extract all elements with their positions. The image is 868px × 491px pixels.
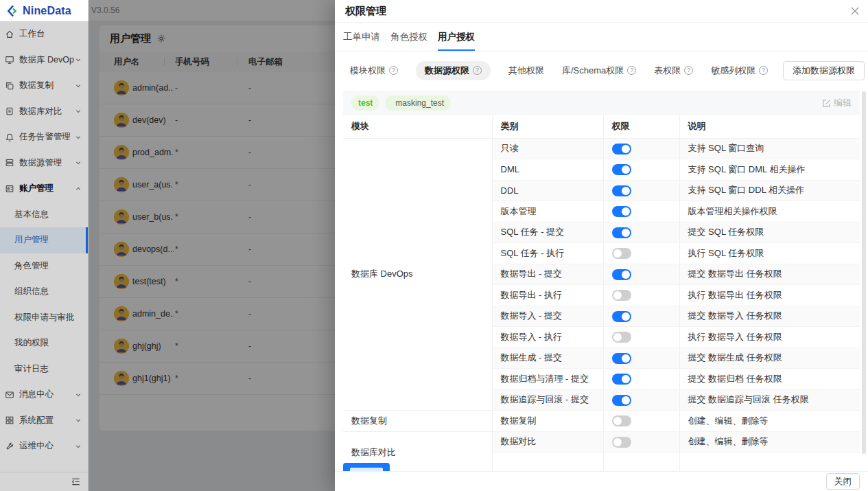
category-cell: 数据复制 bbox=[492, 411, 603, 432]
modal-mask[interactable] bbox=[89, 0, 335, 491]
help-icon[interactable]: ? bbox=[627, 66, 636, 75]
description-cell: 创建、编辑、删除等 bbox=[679, 431, 860, 453]
description-cell: 版本管理相关操作权限 bbox=[679, 201, 860, 222]
description-cell: 提交 数据归档 任务权限 bbox=[679, 369, 860, 390]
description-cell: 提交 数据生成 任务权限 bbox=[679, 347, 860, 369]
permission-cell bbox=[603, 453, 679, 472]
help-icon[interactable]: ? bbox=[389, 66, 398, 75]
category-cell: 数据追踪与回滚 - 提交 bbox=[492, 389, 603, 411]
permission-cell bbox=[603, 138, 679, 159]
permission-toggle[interactable] bbox=[612, 144, 631, 155]
help-icon[interactable]: ? bbox=[684, 66, 693, 75]
category-cell: DDL bbox=[492, 180, 603, 201]
permission-cell bbox=[603, 264, 679, 285]
column-header-description: 说明 bbox=[679, 115, 860, 138]
description-cell: 提交 数据追踪与回滚 任务权限 bbox=[679, 389, 860, 411]
category-cell: 数据导入 - 执行 bbox=[492, 327, 603, 348]
permission-row: 数据库对比数据对比创建、编辑、删除等 bbox=[343, 431, 860, 453]
drawer-scrollbar[interactable] bbox=[862, 91, 866, 454]
column-header-category: 类别 bbox=[492, 115, 603, 138]
subtab-数据源权限[interactable]: 数据源权限? bbox=[416, 61, 491, 80]
save-button-clipped[interactable] bbox=[343, 463, 390, 471]
permission-cell bbox=[603, 222, 679, 243]
description-cell: 支持 SQL 窗口 DDL 相关操作 bbox=[679, 180, 860, 201]
subtab-表权限[interactable]: 表权限? bbox=[654, 65, 693, 77]
category-cell: 数据归档与清理 - 提交 bbox=[492, 369, 603, 390]
category-cell: 数据导出 - 执行 bbox=[492, 285, 603, 306]
category-cell: SQL 任务 - 提交 bbox=[492, 222, 603, 243]
module-cell: 数据库 DevOps bbox=[343, 138, 492, 411]
tab-工单申请[interactable]: 工单申请 bbox=[342, 23, 381, 51]
permission-toggle[interactable] bbox=[612, 353, 631, 364]
category-cell: DML bbox=[492, 159, 603, 181]
permission-toggle[interactable] bbox=[612, 164, 631, 175]
permission-toggle[interactable] bbox=[612, 311, 631, 322]
drawer-tabs: 工单申请角色授权用户授权 bbox=[335, 23, 868, 52]
permission-toggle[interactable] bbox=[612, 248, 631, 259]
permission-row: 数据复制数据复制创建、编辑、删除等 bbox=[343, 411, 860, 432]
logo-bar: NineData bbox=[0, 0, 88, 21]
edit-icon bbox=[822, 99, 831, 108]
description-cell: 提交 SQL 任务权限 bbox=[679, 222, 860, 243]
permission-toggle[interactable] bbox=[612, 269, 631, 280]
permission-toggle[interactable] bbox=[612, 395, 631, 406]
permission-toggle[interactable] bbox=[612, 185, 631, 196]
tab-角色授权[interactable]: 角色授权 bbox=[390, 23, 428, 51]
category-cell: 数据生成 - 提交 bbox=[492, 347, 603, 369]
category-cell: 数据导入 - 提交 bbox=[492, 306, 603, 327]
help-icon[interactable]: ? bbox=[473, 66, 482, 75]
sidebar-dim-overlay bbox=[0, 21, 89, 491]
help-icon[interactable]: ? bbox=[759, 66, 768, 75]
category-cell: SQL 任务 - 执行 bbox=[492, 243, 603, 264]
edit-button[interactable]: 编辑 bbox=[822, 97, 852, 109]
description-cell: 执行 SQL 任务权限 bbox=[679, 243, 860, 264]
tab-用户授权[interactable]: 用户授权 bbox=[437, 23, 476, 51]
permission-cell bbox=[603, 411, 679, 432]
permission-cell bbox=[603, 159, 679, 181]
description-cell: 提交 数据导入 任务权限 bbox=[679, 306, 860, 327]
drawer-footer: 关闭 bbox=[335, 471, 868, 491]
category-cell: 数据对比 bbox=[492, 431, 603, 453]
description-cell: 创建、编辑、删除等 bbox=[679, 411, 860, 432]
subtab-库/Schema权限[interactable]: 库/Schema权限? bbox=[562, 65, 636, 77]
permission-toggle[interactable] bbox=[612, 227, 631, 238]
brand-name: NineData bbox=[23, 5, 71, 17]
drawer-subtabs: 模块权限?数据源权限?其他权限库/Schema权限?表权限?敏感列权限? 添加数… bbox=[335, 52, 868, 89]
ninedata-logo-icon bbox=[6, 4, 20, 18]
subtab-模块权限[interactable]: 模块权限? bbox=[350, 65, 398, 77]
permission-cell bbox=[603, 431, 679, 453]
permission-cell bbox=[603, 327, 679, 348]
module-cell: 数据复制 bbox=[343, 411, 492, 432]
permission-toggle[interactable] bbox=[612, 437, 631, 448]
subtab-敏感列权限[interactable]: 敏感列权限? bbox=[711, 65, 768, 77]
permission-toggle[interactable] bbox=[612, 206, 631, 217]
description-cell: 支持 SQL 窗口查询 bbox=[679, 138, 860, 159]
category-cell: 只读 bbox=[492, 138, 603, 159]
permission-table: 模块 类别 权限 说明 数据库 DevOps只读支持 SQL 窗口查询DML支持… bbox=[343, 115, 860, 471]
permission-row: 数据库 DevOps只读支持 SQL 窗口查询 bbox=[343, 138, 860, 159]
permission-cell bbox=[603, 285, 679, 306]
subtab-其他权限[interactable]: 其他权限 bbox=[508, 65, 544, 77]
category-cell: 数据导出 - 提交 bbox=[492, 264, 603, 285]
drawer-header: 权限管理 bbox=[335, 0, 868, 23]
datasource-tag[interactable]: masking_test bbox=[385, 95, 451, 111]
permission-toggle[interactable] bbox=[612, 332, 631, 343]
add-datasource-permission-button[interactable]: 添加数据源权限 bbox=[783, 61, 865, 80]
column-header-permission: 权限 bbox=[603, 115, 679, 138]
close-icon[interactable] bbox=[850, 6, 860, 16]
description-cell: 执行 数据导出 任务权限 bbox=[679, 285, 860, 306]
permission-cell bbox=[603, 201, 679, 222]
permission-toggle[interactable] bbox=[612, 374, 631, 385]
permission-cell bbox=[603, 243, 679, 264]
drawer-body: testmasking_test 编辑 模块 类别 权限 说明 数据库 DevO… bbox=[335, 89, 868, 471]
permission-cell bbox=[603, 306, 679, 327]
permission-toggle[interactable] bbox=[612, 290, 631, 301]
sidebar: NineData 工作台数据库 DevOps数据复制数据库对比任务告警管理数据源… bbox=[0, 0, 89, 491]
drawer-title: 权限管理 bbox=[345, 5, 386, 18]
description-cell: 执行 数据导入 任务权限 bbox=[679, 327, 860, 348]
close-drawer-button[interactable]: 关闭 bbox=[826, 473, 860, 490]
permission-toggle[interactable] bbox=[612, 415, 631, 426]
category-cell: 版本管理 bbox=[492, 201, 603, 222]
column-header-module: 模块 bbox=[343, 115, 492, 138]
datasource-tag[interactable]: test bbox=[351, 95, 379, 111]
